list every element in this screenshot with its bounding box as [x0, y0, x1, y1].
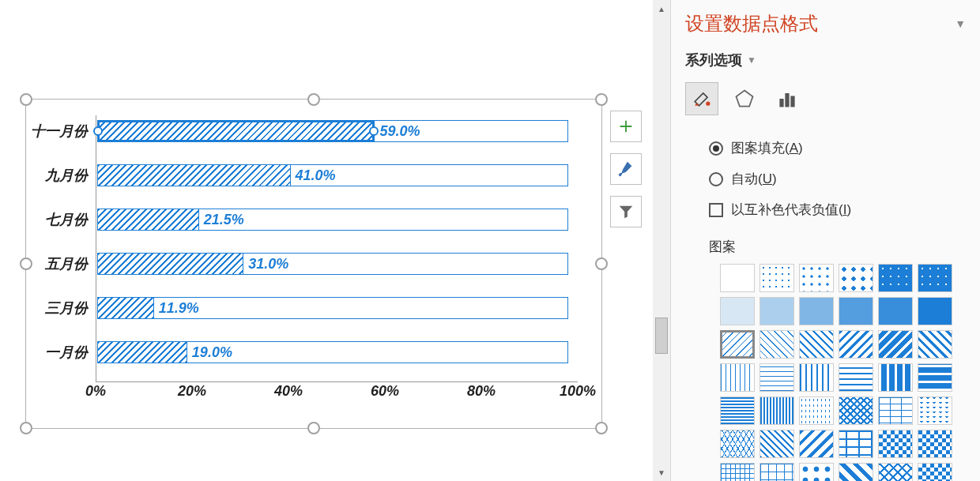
- pattern-swatch[interactable]: [918, 430, 952, 458]
- x-tick-label: 20%: [178, 383, 206, 400]
- bar-chart-icon: [776, 88, 798, 110]
- pattern-swatch[interactable]: [839, 297, 873, 325]
- pattern-swatch[interactable]: [839, 264, 873, 292]
- resize-handle-top-right[interactable]: [595, 93, 608, 106]
- chart-styles-button[interactable]: [610, 153, 642, 185]
- pattern-swatch[interactable]: [720, 363, 755, 392]
- pattern-swatch[interactable]: [839, 430, 873, 458]
- pattern-swatch[interactable]: [720, 430, 755, 458]
- pattern-swatch[interactable]: [799, 297, 834, 325]
- pattern-swatch[interactable]: [720, 297, 755, 325]
- pattern-swatch-selected[interactable]: [720, 330, 755, 359]
- resize-handle-top-middle[interactable]: [307, 93, 320, 106]
- category-label: 三月份: [24, 299, 88, 318]
- pane-title: 设置数据点格式: [685, 11, 818, 36]
- pattern-swatch[interactable]: [799, 463, 834, 481]
- pattern-swatch[interactable]: [720, 396, 755, 425]
- pattern-swatches-grid: [720, 264, 966, 481]
- pattern-swatch[interactable]: [799, 430, 834, 458]
- data-row: 七月份 21.5%: [96, 204, 578, 235]
- pattern-section: 图案: [685, 238, 966, 481]
- vertical-scrollbar[interactable]: ▲ ▼: [653, 0, 670, 481]
- pattern-swatch[interactable]: [918, 330, 952, 359]
- chart-filter-button[interactable]: [610, 196, 642, 227]
- pattern-swatch[interactable]: [878, 297, 913, 325]
- pattern-swatch[interactable]: [760, 330, 794, 359]
- data-label: 31.0%: [248, 256, 288, 272]
- resize-handle-bottom-middle[interactable]: [307, 422, 320, 434]
- scrollbar-thumb[interactable]: [655, 318, 668, 354]
- data-bar[interactable]: [98, 254, 243, 274]
- pattern-swatch[interactable]: [839, 363, 873, 392]
- pattern-swatch[interactable]: [720, 264, 755, 292]
- pattern-swatch[interactable]: [799, 396, 834, 425]
- pattern-swatch[interactable]: [839, 396, 873, 425]
- tab-series-options[interactable]: [771, 82, 804, 115]
- data-row: 五月份 31.0%: [96, 248, 578, 280]
- scroll-down-arrow-icon[interactable]: ▼: [653, 464, 670, 481]
- pattern-swatch[interactable]: [878, 430, 913, 458]
- chart-selection-frame[interactable]: 十一月份 59.0% 九月份 41.0% 七月份: [25, 99, 602, 429]
- pattern-swatch[interactable]: [918, 463, 952, 481]
- radio-label: 图案填充(A): [731, 139, 803, 157]
- radio-icon: [709, 141, 723, 156]
- data-bar-selected[interactable]: [98, 121, 375, 141]
- pattern-swatch[interactable]: [760, 463, 794, 481]
- resize-handle-bottom-right[interactable]: [595, 422, 608, 434]
- category-label: 九月份: [24, 166, 88, 185]
- pattern-swatch[interactable]: [760, 396, 794, 425]
- radio-icon: [709, 172, 723, 186]
- pattern-swatch[interactable]: [799, 264, 834, 292]
- tab-fill-and-line[interactable]: [685, 82, 718, 115]
- scroll-up-arrow-icon[interactable]: ▲: [653, 0, 670, 17]
- pattern-swatch[interactable]: [760, 430, 794, 458]
- category-label: 十一月份: [24, 122, 88, 141]
- pattern-swatch[interactable]: [878, 330, 913, 359]
- series-options-dropdown[interactable]: 系列选项 ▼: [685, 51, 966, 70]
- pane-options-dropdown[interactable]: ▼: [955, 17, 966, 30]
- svg-point-0: [706, 102, 710, 106]
- pattern-swatch[interactable]: [918, 363, 952, 392]
- pattern-swatch[interactable]: [918, 396, 952, 425]
- pattern-swatch[interactable]: [918, 264, 952, 292]
- chart-add-element-button[interactable]: [610, 111, 642, 142]
- format-data-point-pane: 设置数据点格式 ▼ 系列选项 ▼: [670, 0, 980, 481]
- tab-effects[interactable]: [728, 82, 761, 115]
- pattern-swatch[interactable]: [839, 330, 873, 359]
- data-bar[interactable]: [98, 342, 187, 363]
- radio-auto-fill[interactable]: 自动(U): [709, 170, 966, 188]
- pattern-swatch[interactable]: [799, 363, 834, 392]
- plot-area[interactable]: 十一月份 59.0% 九月份 41.0% 七月份: [96, 115, 578, 400]
- pattern-swatch[interactable]: [760, 363, 794, 392]
- resize-handle-middle-right[interactable]: [595, 257, 608, 270]
- pattern-swatch[interactable]: [760, 297, 794, 325]
- pane-title-row: 设置数据点格式 ▼: [685, 11, 966, 36]
- pattern-swatch[interactable]: [878, 463, 913, 481]
- radio-text: 自动: [731, 171, 758, 186]
- pattern-swatch[interactable]: [918, 297, 952, 325]
- data-row: 九月份 41.0%: [96, 160, 578, 191]
- pattern-swatch[interactable]: [878, 396, 913, 425]
- pattern-section-label: 图案: [709, 238, 966, 256]
- x-tick-label: 60%: [371, 383, 399, 400]
- radio-pattern-fill[interactable]: 图案填充(A): [709, 139, 966, 157]
- pattern-swatch[interactable]: [878, 363, 913, 392]
- pattern-swatch[interactable]: [839, 463, 873, 481]
- x-tick-label: 100%: [560, 383, 596, 400]
- pattern-swatch[interactable]: [878, 264, 913, 292]
- x-tick-label: 0%: [85, 383, 106, 400]
- checkbox-invert-negatives[interactable]: 以互补色代表负值(I): [709, 201, 966, 219]
- data-bar[interactable]: [98, 165, 291, 186]
- data-point-handle-right[interactable]: [369, 126, 379, 136]
- data-bar[interactable]: [98, 298, 154, 318]
- resize-handle-top-left[interactable]: [20, 93, 32, 106]
- scrollbar-track[interactable]: [653, 17, 670, 464]
- pattern-swatch[interactable]: [720, 463, 755, 481]
- resize-handle-bottom-left[interactable]: [20, 422, 32, 434]
- data-label: 11.9%: [159, 300, 199, 317]
- pattern-swatch[interactable]: [760, 264, 794, 292]
- data-point-handle-left[interactable]: [93, 126, 103, 136]
- data-bar[interactable]: [98, 209, 199, 230]
- brush-icon: [617, 160, 635, 178]
- pattern-swatch[interactable]: [799, 330, 834, 359]
